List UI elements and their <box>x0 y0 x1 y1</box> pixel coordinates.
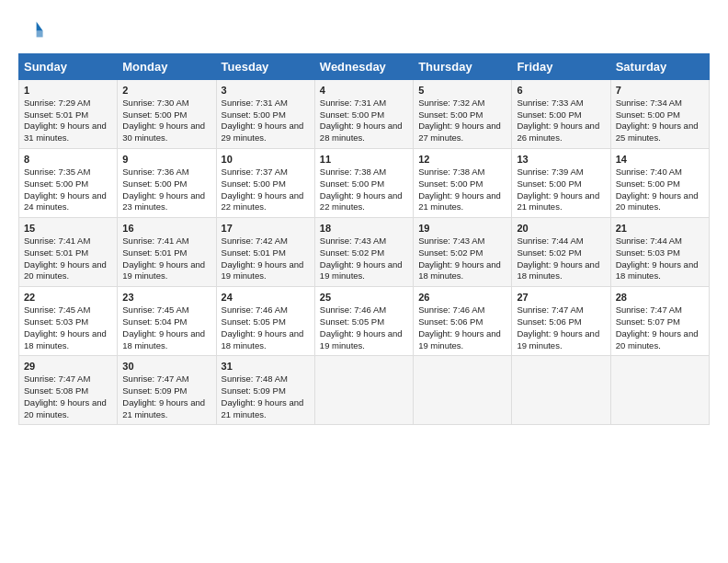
daylight: Daylight: 9 hours and 24 minutes. <box>24 190 107 213</box>
calendar-cell: 12 Sunrise: 7:38 AM Sunset: 5:00 PM Dayl… <box>414 149 512 218</box>
sunset: Sunset: 5:03 PM <box>24 316 88 327</box>
sunset: Sunset: 5:02 PM <box>320 247 384 258</box>
sunset: Sunset: 5:09 PM <box>122 385 187 396</box>
calendar-cell: 25 Sunrise: 7:46 AM Sunset: 5:05 PM Dayl… <box>314 287 413 356</box>
day-number: 9 <box>122 154 128 165</box>
calendar-week-row: 22 Sunrise: 7:45 AM Sunset: 5:03 PM Dayl… <box>19 287 710 356</box>
calendar-cell: 1 Sunrise: 7:29 AM Sunset: 5:01 PM Dayli… <box>19 80 118 149</box>
sunrise: Sunrise: 7:33 AM <box>517 98 583 108</box>
sunrise: Sunrise: 7:39 AM <box>517 167 583 177</box>
daylight: Daylight: 9 hours and 21 minutes. <box>122 397 205 419</box>
sunrise: Sunrise: 7:34 AM <box>616 98 682 108</box>
sunset: Sunset: 5:01 PM <box>24 109 88 120</box>
calendar-week-row: 1 Sunrise: 7:29 AM Sunset: 5:01 PM Dayli… <box>19 80 710 149</box>
sunrise: Sunrise: 7:47 AM <box>517 304 583 315</box>
col-header-tuesday: Tuesday <box>216 54 314 80</box>
calendar-header-row: SundayMondayTuesdayWednesdayThursdayFrid… <box>19 54 710 80</box>
sunset: Sunset: 5:00 PM <box>517 109 581 120</box>
col-header-sunday: Sunday <box>19 54 118 80</box>
sunset: Sunset: 5:02 PM <box>418 247 483 258</box>
sunset: Sunset: 5:00 PM <box>320 109 384 120</box>
calendar-cell: 22 Sunrise: 7:45 AM Sunset: 5:03 PM Dayl… <box>19 287 118 356</box>
sunset: Sunset: 5:01 PM <box>122 247 187 258</box>
sunrise: Sunrise: 7:42 AM <box>222 236 288 246</box>
day-number: 4 <box>320 85 325 96</box>
day-number: 10 <box>222 154 233 165</box>
daylight: Daylight: 9 hours and 26 minutes. <box>517 121 599 143</box>
day-number: 11 <box>320 154 331 165</box>
sunrise: Sunrise: 7:32 AM <box>418 98 484 108</box>
day-number: 12 <box>418 154 429 165</box>
day-number: 3 <box>222 85 227 96</box>
sunrise: Sunrise: 7:35 AM <box>24 167 90 177</box>
day-number: 18 <box>320 223 331 234</box>
sunrise: Sunrise: 7:46 AM <box>320 304 386 315</box>
calendar-cell: 16 Sunrise: 7:41 AM Sunset: 5:01 PM Dayl… <box>118 218 216 287</box>
day-number: 28 <box>616 292 627 303</box>
calendar-cell <box>414 356 512 425</box>
day-number: 22 <box>24 292 35 303</box>
day-number: 30 <box>122 361 133 372</box>
calendar-cell: 21 Sunrise: 7:44 AM Sunset: 5:03 PM Dayl… <box>610 218 709 287</box>
sunrise: Sunrise: 7:29 AM <box>24 98 90 108</box>
sunset: Sunset: 5:01 PM <box>222 247 286 258</box>
day-number: 15 <box>24 223 35 234</box>
sunset: Sunset: 5:00 PM <box>122 109 187 120</box>
sunset: Sunset: 5:02 PM <box>517 247 581 258</box>
sunrise: Sunrise: 7:38 AM <box>418 167 484 177</box>
day-number: 26 <box>418 292 429 303</box>
sunset: Sunset: 5:00 PM <box>517 178 581 189</box>
sunrise: Sunrise: 7:43 AM <box>320 236 386 246</box>
day-number: 7 <box>616 85 621 96</box>
day-number: 6 <box>517 85 522 96</box>
col-header-thursday: Thursday <box>414 54 512 80</box>
calendar-cell <box>314 356 413 425</box>
sunrise: Sunrise: 7:47 AM <box>122 373 188 384</box>
daylight: Daylight: 9 hours and 20 minutes. <box>24 397 107 419</box>
day-number: 5 <box>418 85 424 96</box>
calendar-cell: 19 Sunrise: 7:43 AM Sunset: 5:02 PM Dayl… <box>414 218 512 287</box>
calendar-cell: 13 Sunrise: 7:39 AM Sunset: 5:00 PM Dayl… <box>512 149 610 218</box>
col-header-friday: Friday <box>512 54 610 80</box>
day-number: 25 <box>320 292 331 303</box>
calendar-cell: 18 Sunrise: 7:43 AM Sunset: 5:02 PM Dayl… <box>314 218 413 287</box>
day-number: 21 <box>616 223 627 234</box>
sunrise: Sunrise: 7:48 AM <box>222 373 288 384</box>
daylight: Daylight: 9 hours and 21 minutes. <box>517 190 599 213</box>
calendar-cell: 29 Sunrise: 7:47 AM Sunset: 5:08 PM Dayl… <box>19 356 118 425</box>
calendar-week-row: 29 Sunrise: 7:47 AM Sunset: 5:08 PM Dayl… <box>19 356 710 425</box>
sunset: Sunset: 5:03 PM <box>616 247 680 258</box>
sunset: Sunset: 5:06 PM <box>517 316 581 327</box>
sunset: Sunset: 5:00 PM <box>616 178 680 189</box>
sunrise: Sunrise: 7:30 AM <box>122 98 188 108</box>
calendar-cell: 23 Sunrise: 7:45 AM Sunset: 5:04 PM Dayl… <box>118 287 216 356</box>
sunset: Sunset: 5:00 PM <box>222 109 286 120</box>
day-number: 29 <box>24 361 35 372</box>
calendar-cell: 6 Sunrise: 7:33 AM Sunset: 5:00 PM Dayli… <box>512 80 610 149</box>
sunset: Sunset: 5:01 PM <box>24 247 88 258</box>
sunrise: Sunrise: 7:37 AM <box>222 167 288 177</box>
sunset: Sunset: 5:00 PM <box>616 109 680 120</box>
calendar-cell: 4 Sunrise: 7:31 AM Sunset: 5:00 PM Dayli… <box>314 80 413 149</box>
page: SundayMondayTuesdayWednesdayThursdayFrid… <box>0 0 728 434</box>
day-number: 1 <box>24 85 29 96</box>
calendar-cell: 30 Sunrise: 7:47 AM Sunset: 5:09 PM Dayl… <box>118 356 216 425</box>
sunrise: Sunrise: 7:45 AM <box>122 304 188 315</box>
calendar-cell: 11 Sunrise: 7:38 AM Sunset: 5:00 PM Dayl… <box>314 149 413 218</box>
daylight: Daylight: 9 hours and 22 minutes. <box>222 190 304 213</box>
daylight: Daylight: 9 hours and 27 minutes. <box>418 121 501 143</box>
calendar-cell <box>512 356 610 425</box>
day-number: 8 <box>24 154 29 165</box>
sunrise: Sunrise: 7:45 AM <box>24 304 90 315</box>
day-number: 24 <box>222 292 233 303</box>
daylight: Daylight: 9 hours and 20 minutes. <box>24 259 107 282</box>
daylight: Daylight: 9 hours and 19 minutes. <box>320 328 403 350</box>
daylight: Daylight: 9 hours and 19 minutes. <box>418 328 501 350</box>
daylight: Daylight: 9 hours and 31 minutes. <box>24 121 107 143</box>
calendar-cell: 31 Sunrise: 7:48 AM Sunset: 5:09 PM Dayl… <box>216 356 314 425</box>
day-number: 19 <box>418 223 429 234</box>
sunset: Sunset: 5:07 PM <box>616 316 680 327</box>
sunrise: Sunrise: 7:46 AM <box>418 304 484 315</box>
sunset: Sunset: 5:06 PM <box>418 316 483 327</box>
header <box>18 17 710 42</box>
